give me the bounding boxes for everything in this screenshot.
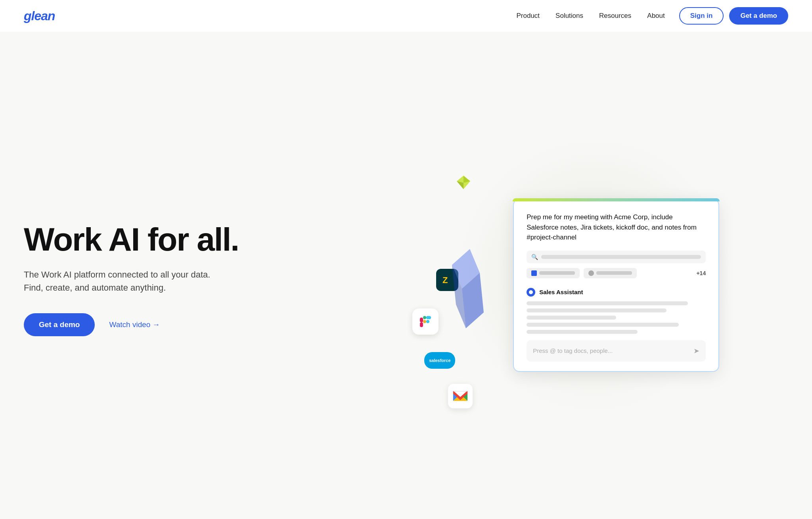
svg-point-10 xyxy=(420,324,423,327)
salesforce-text: salesforce xyxy=(429,358,450,363)
skeleton-line-1 xyxy=(527,301,688,305)
nav-product[interactable]: Product xyxy=(517,12,540,19)
assistant-name: Sales Assistant xyxy=(539,289,583,295)
pill-count: +14 xyxy=(696,270,706,276)
skeleton-line-2 xyxy=(527,308,666,312)
skeleton-line-3 xyxy=(527,316,616,320)
svg-rect-5 xyxy=(420,318,423,322)
card-input-area[interactable]: Press @ to tag docs, people... ➤ xyxy=(527,340,706,362)
pill-line-2 xyxy=(596,271,632,275)
watch-video-link[interactable]: Watch video → xyxy=(109,320,160,329)
skeleton-line-4 xyxy=(527,323,679,327)
assistant-avatar-icon xyxy=(527,288,535,297)
hero-left: Work AI for all. The Work AI platform co… xyxy=(24,222,444,336)
svg-text:Z: Z xyxy=(442,275,448,285)
hero-right: Prep me for my meeting with Acme Corp, i… xyxy=(444,187,788,372)
hero-actions: Get a demo Watch video → xyxy=(24,313,444,336)
pill-settings xyxy=(584,268,637,278)
pill-doc xyxy=(527,268,580,278)
nav-resources[interactable]: Resources xyxy=(599,12,631,19)
input-placeholder: Press @ to tag docs, people... xyxy=(533,347,613,354)
hero-subtitle: The Work AI platform connected to all yo… xyxy=(24,268,230,294)
brand-logo[interactable]: glean xyxy=(24,9,55,23)
signin-button[interactable]: Sign in xyxy=(679,7,724,25)
get-demo-hero-button[interactable]: Get a demo xyxy=(24,313,95,336)
salesforce-logo: salesforce xyxy=(424,352,455,369)
ai-card: Prep me for my meeting with Acme Corp, i… xyxy=(513,199,719,372)
svg-point-11 xyxy=(428,316,431,319)
assistant-header: Sales Assistant xyxy=(527,288,706,297)
svg-rect-9 xyxy=(426,320,429,323)
diamond-icon xyxy=(456,175,471,190)
search-icon: 🔍 xyxy=(531,254,538,260)
svg-rect-7 xyxy=(423,316,426,319)
hero-title: Work AI for all. xyxy=(24,222,444,257)
card-prompt-text: Prep me for my meeting with Acme Corp, i… xyxy=(527,212,706,243)
navbar: glean Product Solutions Resources About … xyxy=(0,0,812,32)
nav-links: Product Solutions Resources About xyxy=(517,12,665,20)
card-pills-row: +14 xyxy=(527,268,706,278)
gmail-logo xyxy=(448,384,473,408)
skeleton-line-5 xyxy=(527,330,638,334)
3d-shape xyxy=(448,249,484,328)
card-gradient-bar xyxy=(513,198,720,201)
pill-line-1 xyxy=(539,271,575,275)
search-bar-line xyxy=(541,255,701,259)
get-demo-nav-button[interactable]: Get a demo xyxy=(729,7,788,25)
svg-rect-8 xyxy=(423,320,426,323)
send-icon[interactable]: ➤ xyxy=(693,347,699,355)
doc-icon xyxy=(531,270,537,276)
card-search-row[interactable]: 🔍 xyxy=(527,251,706,263)
slack-logo xyxy=(412,308,439,335)
hero-section: Work AI for all. The Work AI platform co… xyxy=(0,32,812,519)
nav-solutions[interactable]: Solutions xyxy=(555,12,583,19)
nav-about[interactable]: About xyxy=(647,12,665,19)
gear-icon xyxy=(588,270,594,276)
card-assistant: Sales Assistant xyxy=(527,288,706,334)
